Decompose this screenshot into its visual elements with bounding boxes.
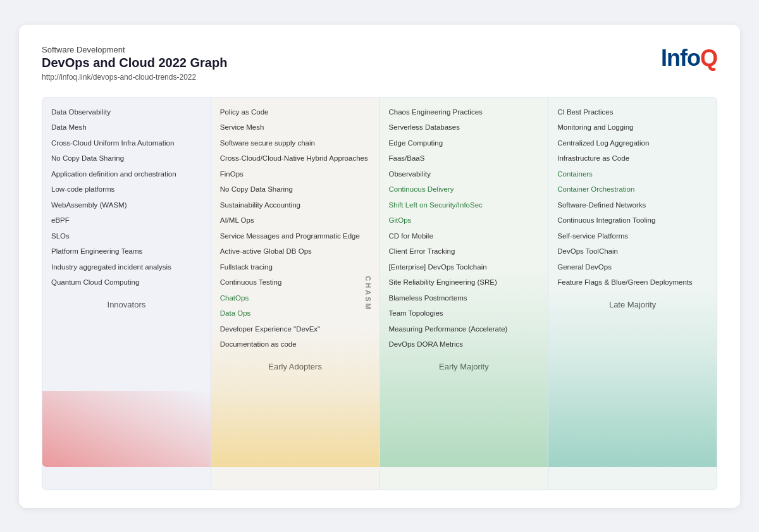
list-item: Active-active Global DB Ops [220, 247, 371, 257]
list-item: Site Reliability Engineering (SRE) [389, 278, 540, 288]
list-item: Data Mesh [51, 123, 202, 133]
list-item: Developer Experience "DevEx" [220, 325, 371, 335]
list-item: Service Mesh [220, 123, 371, 133]
list-item: Application definition and orchestration [51, 170, 202, 180]
list-item: Observability [389, 170, 540, 180]
chasm-label: CHASM [364, 276, 372, 311]
list-item: Monitoring and Logging [557, 123, 708, 133]
list-item: Documentation as code [220, 340, 371, 350]
list-item: Data Observability [51, 108, 202, 118]
header-link: http://infoq.link/devops-and-cloud-trend… [42, 73, 227, 82]
list-item: CI Best Practices [557, 108, 708, 118]
list-item: DevOps ToolChain [557, 247, 708, 257]
list-item: Shift Left on Security/InfoSec [389, 201, 540, 211]
list-item: Sustainability Accounting [220, 201, 371, 211]
list-item: Industry aggregated incident analysis [51, 263, 202, 273]
list-item: Measuring Performance (Accelerate) [389, 325, 540, 335]
list-item: Fullstack tracing [220, 263, 371, 273]
list-item: No Copy Data Sharing [51, 154, 202, 164]
list-item: AI/ML Ops [220, 216, 371, 226]
late-majority-shape [548, 290, 717, 467]
list-item: WebAssembly (WASM) [51, 201, 202, 211]
column-early-majority: Chaos Engineering PracticesServerless Da… [380, 97, 549, 490]
infoq-logo: InfoQ [661, 45, 717, 71]
list-item: Chaos Engineering Practices [389, 108, 540, 118]
list-item: Continuous Testing [220, 278, 371, 288]
list-item: Client Error Tracking [389, 247, 540, 257]
list-item: Policy as Code [220, 108, 371, 118]
innovators-label: Innovators [51, 294, 202, 317]
list-item: Platform Engineering Teams [51, 247, 202, 257]
list-item: Centralized Log Aggregation [557, 139, 708, 149]
innovators-shape [42, 391, 211, 467]
column-innovators: Data ObservabilityData MeshCross-Cloud U… [42, 97, 211, 490]
list-item: Self-service Platforms [557, 232, 708, 242]
column-late-majority: CI Best PracticesMonitoring and LoggingC… [548, 97, 717, 490]
list-item: Service Messages and Programmatic Edge [220, 232, 371, 242]
header-left: Software Development DevOps and Cloud 20… [42, 45, 227, 82]
list-item: General DevOps [557, 263, 708, 273]
header: Software Development DevOps and Cloud 20… [42, 45, 717, 82]
list-item: ChatOps [220, 294, 371, 304]
list-item: Feature Flags & Blue/Green Deployments [557, 278, 708, 288]
header-subtitle: Software Development [42, 45, 227, 54]
list-item: Container Orchestration [557, 185, 708, 195]
list-item: No Copy Data Sharing [220, 185, 371, 195]
list-item: DevOps DORA Metrics [389, 340, 540, 350]
list-item: Infrastructure as Code [557, 154, 708, 164]
list-item: Faas/BaaS [389, 154, 540, 164]
list-item: CD for Mobile [389, 232, 540, 242]
list-item: Low-code platforms [51, 185, 202, 195]
list-item: GitOps [389, 216, 540, 226]
list-item: eBPF [51, 216, 202, 226]
list-item: Containers [557, 170, 708, 180]
list-item: FinOps [220, 170, 371, 180]
list-item: Blameless Postmortems [389, 294, 540, 304]
infoq-q: Q [700, 45, 717, 71]
main-card: Software Development DevOps and Cloud 20… [19, 25, 740, 508]
list-item: Continuous Integration Tooling [557, 216, 708, 226]
early-majority-content: Chaos Engineering PracticesServerless Da… [389, 108, 540, 350]
list-item: Serverless Databases [389, 123, 540, 133]
column-early-adopters: CHASM Policy as CodeService MeshSoftware… [211, 97, 380, 490]
list-item: Software secure supply chain [220, 139, 371, 149]
list-item: Edge Computing [389, 139, 540, 149]
list-item: Team Topologies [389, 309, 540, 319]
early-adopters-content: Policy as CodeService MeshSoftware secur… [220, 108, 371, 350]
innovators-content: Data ObservabilityData MeshCross-Cloud U… [51, 108, 202, 288]
list-item: SLOs [51, 232, 202, 242]
list-item: Data Ops [220, 309, 371, 319]
list-item: Continuous Delivery [389, 185, 540, 195]
graph-area: Data ObservabilityData MeshCross-Cloud U… [42, 97, 717, 490]
list-item: [Enterprise] DevOps Toolchain [389, 263, 540, 273]
list-item: Cross-Cloud/Cloud-Native Hybrid Approach… [220, 154, 371, 164]
list-item: Software-Defined Networks [557, 201, 708, 211]
list-item: Quantum Cloud Computing [51, 278, 202, 288]
list-item: Cross-Cloud Uniform Infra Automation [51, 139, 202, 149]
header-title: DevOps and Cloud 2022 Graph [42, 56, 227, 70]
late-majority-content: CI Best PracticesMonitoring and LoggingC… [557, 108, 708, 288]
